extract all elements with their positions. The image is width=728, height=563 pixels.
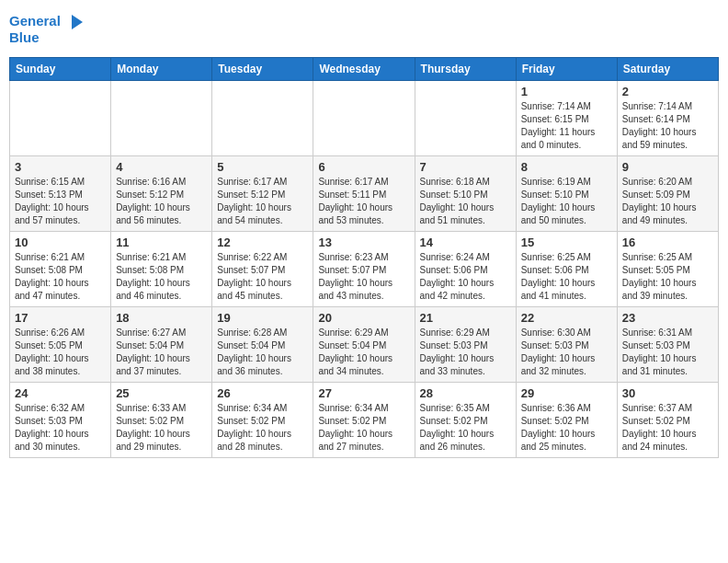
calendar-cell: 12Sunrise: 6:22 AM Sunset: 5:07 PM Dayli… xyxy=(212,232,313,307)
logo: General Blue xyxy=(9,9,83,50)
day-info: Sunrise: 6:20 AM Sunset: 5:09 PM Dayligh… xyxy=(622,176,713,227)
day-info: Sunrise: 6:17 AM Sunset: 5:11 PM Dayligh… xyxy=(318,176,409,227)
logo-svg: General Blue xyxy=(9,9,83,50)
day-number: 2 xyxy=(622,85,713,98)
calendar-header-monday: Monday xyxy=(111,58,212,81)
day-number: 22 xyxy=(521,311,612,325)
day-info: Sunrise: 6:33 AM Sunset: 5:02 PM Dayligh… xyxy=(116,402,207,454)
day-info: Sunrise: 6:32 AM Sunset: 5:03 PM Dayligh… xyxy=(15,402,106,454)
day-number: 8 xyxy=(521,160,612,174)
day-number: 25 xyxy=(116,386,207,400)
svg-text:General: General xyxy=(9,13,61,29)
day-info: Sunrise: 7:14 AM Sunset: 6:14 PM Dayligh… xyxy=(622,100,713,152)
calendar-week-row: 1Sunrise: 7:14 AM Sunset: 6:15 PM Daylig… xyxy=(10,81,719,156)
calendar-cell: 15Sunrise: 6:25 AM Sunset: 5:06 PM Dayli… xyxy=(516,232,617,307)
calendar-cell: 21Sunrise: 6:29 AM Sunset: 5:03 PM Dayli… xyxy=(415,307,516,383)
calendar-cell: 16Sunrise: 6:25 AM Sunset: 5:05 PM Dayli… xyxy=(617,232,718,307)
calendar-table: SundayMondayTuesdayWednesdayThursdayFrid… xyxy=(9,57,719,458)
calendar-cell: 3Sunrise: 6:15 AM Sunset: 5:13 PM Daylig… xyxy=(10,156,111,232)
calendar-week-row: 24Sunrise: 6:32 AM Sunset: 5:03 PM Dayli… xyxy=(10,383,719,458)
day-info: Sunrise: 6:25 AM Sunset: 5:06 PM Dayligh… xyxy=(521,251,612,303)
calendar-cell: 1Sunrise: 7:14 AM Sunset: 6:15 PM Daylig… xyxy=(516,81,617,156)
day-number: 18 xyxy=(116,311,207,325)
calendar-cell: 29Sunrise: 6:36 AM Sunset: 5:02 PM Dayli… xyxy=(516,383,617,458)
day-info: Sunrise: 6:21 AM Sunset: 5:08 PM Dayligh… xyxy=(116,251,207,303)
day-number: 27 xyxy=(318,386,409,400)
day-number: 14 xyxy=(420,236,511,249)
calendar-header-sunday: Sunday xyxy=(10,58,111,81)
day-number: 1 xyxy=(521,85,612,98)
day-number: 10 xyxy=(15,236,106,249)
calendar-cell: 20Sunrise: 6:29 AM Sunset: 5:04 PM Dayli… xyxy=(313,307,415,383)
calendar-cell: 28Sunrise: 6:35 AM Sunset: 5:02 PM Dayli… xyxy=(415,383,516,458)
day-number: 26 xyxy=(217,386,308,400)
calendar-header-row: SundayMondayTuesdayWednesdayThursdayFrid… xyxy=(10,58,719,81)
calendar-cell: 25Sunrise: 6:33 AM Sunset: 5:02 PM Dayli… xyxy=(111,383,212,458)
calendar-cell: 8Sunrise: 6:19 AM Sunset: 5:10 PM Daylig… xyxy=(516,156,617,232)
day-info: Sunrise: 6:18 AM Sunset: 5:10 PM Dayligh… xyxy=(420,176,511,227)
calendar-cell: 5Sunrise: 6:17 AM Sunset: 5:12 PM Daylig… xyxy=(212,156,313,232)
day-number: 29 xyxy=(521,386,612,400)
calendar-cell: 4Sunrise: 6:16 AM Sunset: 5:12 PM Daylig… xyxy=(111,156,212,232)
calendar-cell xyxy=(415,81,516,156)
calendar-cell: 11Sunrise: 6:21 AM Sunset: 5:08 PM Dayli… xyxy=(111,232,212,307)
day-info: Sunrise: 6:35 AM Sunset: 5:02 PM Dayligh… xyxy=(420,402,511,454)
calendar-cell: 30Sunrise: 6:37 AM Sunset: 5:02 PM Dayli… xyxy=(617,383,718,458)
day-info: Sunrise: 6:34 AM Sunset: 5:02 PM Dayligh… xyxy=(217,402,308,454)
day-number: 16 xyxy=(622,236,713,249)
calendar-cell: 10Sunrise: 6:21 AM Sunset: 5:08 PM Dayli… xyxy=(10,232,111,307)
day-info: Sunrise: 6:23 AM Sunset: 5:07 PM Dayligh… xyxy=(318,251,409,303)
calendar-cell: 24Sunrise: 6:32 AM Sunset: 5:03 PM Dayli… xyxy=(10,383,111,458)
calendar-cell: 13Sunrise: 6:23 AM Sunset: 5:07 PM Dayli… xyxy=(313,232,415,307)
day-number: 4 xyxy=(116,160,207,174)
day-info: Sunrise: 6:25 AM Sunset: 5:05 PM Dayligh… xyxy=(622,251,713,303)
calendar-cell: 6Sunrise: 6:17 AM Sunset: 5:11 PM Daylig… xyxy=(313,156,415,232)
day-number: 9 xyxy=(622,160,713,174)
day-number: 11 xyxy=(116,236,207,249)
calendar-cell: 17Sunrise: 6:26 AM Sunset: 5:05 PM Dayli… xyxy=(10,307,111,383)
calendar-week-row: 3Sunrise: 6:15 AM Sunset: 5:13 PM Daylig… xyxy=(10,156,719,232)
day-info: Sunrise: 6:27 AM Sunset: 5:04 PM Dayligh… xyxy=(116,327,207,378)
calendar-cell: 18Sunrise: 6:27 AM Sunset: 5:04 PM Dayli… xyxy=(111,307,212,383)
day-number: 21 xyxy=(420,311,511,325)
day-info: Sunrise: 6:29 AM Sunset: 5:04 PM Dayligh… xyxy=(318,327,409,378)
day-info: Sunrise: 6:19 AM Sunset: 5:10 PM Dayligh… xyxy=(521,176,612,227)
calendar-header-wednesday: Wednesday xyxy=(313,58,415,81)
day-info: Sunrise: 6:30 AM Sunset: 5:03 PM Dayligh… xyxy=(521,327,612,378)
day-number: 5 xyxy=(217,160,308,174)
day-info: Sunrise: 6:24 AM Sunset: 5:06 PM Dayligh… xyxy=(420,251,511,303)
calendar-header-friday: Friday xyxy=(516,58,617,81)
day-info: Sunrise: 7:14 AM Sunset: 6:15 PM Dayligh… xyxy=(521,100,612,152)
day-number: 15 xyxy=(521,236,612,249)
calendar-cell xyxy=(212,81,313,156)
day-info: Sunrise: 6:37 AM Sunset: 5:02 PM Dayligh… xyxy=(622,402,713,454)
day-info: Sunrise: 6:22 AM Sunset: 5:07 PM Dayligh… xyxy=(217,251,308,303)
day-info: Sunrise: 6:21 AM Sunset: 5:08 PM Dayligh… xyxy=(15,251,106,303)
calendar-cell: 9Sunrise: 6:20 AM Sunset: 5:09 PM Daylig… xyxy=(617,156,718,232)
calendar-cell xyxy=(313,81,415,156)
day-info: Sunrise: 6:15 AM Sunset: 5:13 PM Dayligh… xyxy=(15,176,106,227)
day-info: Sunrise: 6:36 AM Sunset: 5:02 PM Dayligh… xyxy=(521,402,612,454)
day-info: Sunrise: 6:34 AM Sunset: 5:02 PM Dayligh… xyxy=(318,402,409,454)
calendar-header-tuesday: Tuesday xyxy=(212,58,313,81)
calendar-cell: 7Sunrise: 6:18 AM Sunset: 5:10 PM Daylig… xyxy=(415,156,516,232)
day-number: 19 xyxy=(217,311,308,325)
day-info: Sunrise: 6:16 AM Sunset: 5:12 PM Dayligh… xyxy=(116,176,207,227)
calendar-cell: 2Sunrise: 7:14 AM Sunset: 6:14 PM Daylig… xyxy=(617,81,718,156)
calendar-cell: 22Sunrise: 6:30 AM Sunset: 5:03 PM Dayli… xyxy=(516,307,617,383)
svg-text:Blue: Blue xyxy=(9,29,40,45)
day-number: 12 xyxy=(217,236,308,249)
day-number: 28 xyxy=(420,386,511,400)
calendar-week-row: 17Sunrise: 6:26 AM Sunset: 5:05 PM Dayli… xyxy=(10,307,719,383)
calendar-cell xyxy=(111,81,212,156)
day-number: 17 xyxy=(15,311,106,325)
day-number: 13 xyxy=(318,236,409,249)
calendar-header-thursday: Thursday xyxy=(415,58,516,81)
calendar-cell xyxy=(10,81,111,156)
day-info: Sunrise: 6:29 AM Sunset: 5:03 PM Dayligh… xyxy=(420,327,511,378)
day-number: 6 xyxy=(318,160,409,174)
day-info: Sunrise: 6:17 AM Sunset: 5:12 PM Dayligh… xyxy=(217,176,308,227)
day-info: Sunrise: 6:31 AM Sunset: 5:03 PM Dayligh… xyxy=(622,327,713,378)
calendar-cell: 27Sunrise: 6:34 AM Sunset: 5:02 PM Dayli… xyxy=(313,383,415,458)
calendar-header-saturday: Saturday xyxy=(617,58,718,81)
